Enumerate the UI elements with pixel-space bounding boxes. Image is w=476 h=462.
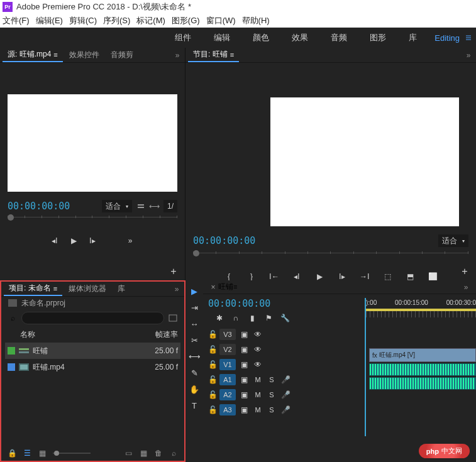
menu-bar[interactable]: 文件(F) 编辑(E) 剪辑(C) 序列(S) 标记(M) 图形(G) 窗口(W… bbox=[0, 14, 476, 28]
razor-tool-icon[interactable]: ✂ bbox=[189, 334, 200, 346]
timeline-tab-sequence[interactable]: 旺铺≡ bbox=[218, 282, 237, 292]
panel-menu-icon[interactable]: ≡ bbox=[53, 51, 57, 58]
project-tab-library[interactable]: 库 bbox=[113, 282, 130, 295]
toggle-output-icon[interactable]: ▣ bbox=[238, 405, 250, 415]
panel-overflow-icon[interactable]: » bbox=[463, 50, 473, 60]
overflow-icon[interactable]: » bbox=[125, 235, 136, 246]
mute-icon[interactable]: M bbox=[252, 391, 263, 399]
project-tab-project[interactable]: 项目: 未命名≡ bbox=[4, 282, 62, 296]
program-tab[interactable]: 节目: 旺铺≡ bbox=[188, 48, 239, 62]
source-timecode[interactable]: 00:00:00:00 bbox=[8, 201, 70, 212]
lock-icon[interactable]: 🔓 bbox=[208, 360, 217, 370]
panel-overflow-icon[interactable]: » bbox=[172, 50, 182, 60]
filter-icon[interactable] bbox=[168, 313, 178, 323]
tab-audio[interactable]: 音频 bbox=[319, 32, 358, 43]
zoom-slider[interactable] bbox=[53, 448, 91, 458]
solo-icon[interactable]: S bbox=[266, 376, 277, 383]
tab-effects[interactable]: 效果 bbox=[280, 32, 319, 43]
project-tab-media[interactable]: 媒体浏览器 bbox=[64, 282, 111, 295]
eye-icon[interactable]: 👁 bbox=[252, 344, 263, 355]
source-preview[interactable] bbox=[8, 94, 177, 192]
track-label[interactable]: V1 bbox=[219, 359, 236, 370]
lock-icon[interactable]: 🔓 bbox=[208, 390, 217, 400]
track-label[interactable]: V3 bbox=[219, 329, 236, 340]
tab-assembly[interactable]: 组件 bbox=[163, 32, 202, 43]
toggle-output-icon[interactable]: ▣ bbox=[238, 360, 250, 370]
snap-icon[interactable]: ✱ bbox=[214, 313, 224, 323]
toggle-output-icon[interactable]: ▣ bbox=[238, 390, 250, 400]
timeline-audio-clip[interactable] bbox=[369, 377, 476, 390]
play-icon[interactable]: ▶ bbox=[68, 235, 79, 246]
menu-mark[interactable]: 标记(M) bbox=[136, 15, 165, 26]
panel-menu-icon[interactable]: ≡ bbox=[230, 51, 234, 58]
eye-icon[interactable]: 👁 bbox=[252, 329, 263, 339]
menu-clip[interactable]: 剪辑(C) bbox=[69, 15, 97, 26]
selection-tool-icon[interactable]: ▶ bbox=[189, 285, 200, 297]
tab-color[interactable]: 颜色 bbox=[241, 32, 280, 43]
menu-graphics[interactable]: 图形(G) bbox=[172, 15, 200, 26]
track-select-tool-icon[interactable]: ⇥ bbox=[189, 302, 200, 313]
track-label[interactable]: A1 bbox=[219, 374, 236, 385]
timeline-audio-clip[interactable] bbox=[369, 363, 476, 376]
lock-icon[interactable]: 🔓 bbox=[208, 344, 217, 355]
pen-tool-icon[interactable]: ✎ bbox=[189, 367, 200, 378]
marker-icon[interactable]: ▮ bbox=[247, 313, 257, 323]
track-label[interactable]: A2 bbox=[219, 389, 236, 400]
source-resolution-select[interactable]: 1/ bbox=[163, 200, 177, 212]
panel-overflow-icon[interactable]: » bbox=[172, 284, 182, 294]
track-v3[interactable]: 🔓 V3 ▣ 👁 bbox=[203, 327, 476, 342]
program-jog[interactable] bbox=[193, 253, 468, 263]
solo-icon[interactable]: S bbox=[266, 406, 277, 414]
tab-graphics[interactable]: 图形 bbox=[358, 32, 397, 43]
jog-knob[interactable] bbox=[8, 214, 14, 221]
step-back-icon[interactable]: ◂Ⅰ bbox=[49, 235, 60, 246]
new-bin-icon[interactable]: ▭ bbox=[124, 448, 133, 458]
timeline-timecode[interactable]: 00:00:00:00 bbox=[208, 298, 290, 309]
menu-edit[interactable]: 编辑(E) bbox=[36, 15, 63, 26]
toggle-output-icon[interactable]: ▣ bbox=[238, 375, 250, 385]
solo-icon[interactable]: S bbox=[266, 391, 277, 399]
project-item-sequence[interactable]: 旺铺 25.00 f bbox=[5, 343, 180, 359]
menu-sequence[interactable]: 序列(S) bbox=[103, 15, 130, 26]
workspace-label[interactable]: Editing bbox=[434, 33, 460, 43]
mic-icon[interactable]: 🎤 bbox=[280, 375, 291, 385]
menu-file[interactable]: 文件(F) bbox=[3, 15, 30, 26]
lock-icon[interactable]: 🔓 bbox=[208, 375, 217, 385]
lock-icon[interactable]: 🔒 bbox=[8, 448, 16, 458]
link-icon[interactable]: ∩ bbox=[231, 313, 241, 323]
track-label[interactable]: V2 bbox=[219, 344, 236, 355]
mute-icon[interactable]: M bbox=[252, 406, 263, 414]
mute-icon[interactable]: M bbox=[252, 376, 263, 383]
panel-overflow-icon[interactable]: » bbox=[461, 282, 471, 292]
settings-icon[interactable]: ⚑ bbox=[263, 313, 274, 323]
mic-icon[interactable]: 🎤 bbox=[280, 405, 291, 415]
menu-help[interactable]: 帮助(H) bbox=[242, 15, 270, 26]
wrench-icon[interactable]: 🔧 bbox=[280, 313, 290, 323]
step-forward-icon[interactable]: Ⅰ▸ bbox=[87, 235, 98, 246]
source-tab-audio[interactable]: 音频剪 bbox=[106, 48, 138, 62]
track-label[interactable]: A3 bbox=[219, 404, 236, 415]
icon-view-icon[interactable]: ▦ bbox=[38, 448, 47, 458]
list-view-icon[interactable]: ☰ bbox=[23, 448, 31, 458]
project-search-input[interactable] bbox=[21, 312, 164, 324]
tab-library[interactable]: 库 bbox=[397, 32, 428, 43]
program-timecode[interactable]: 00:00:00:00 bbox=[193, 235, 255, 246]
col-framerate[interactable]: 帧速率 bbox=[147, 329, 178, 340]
ripple-tool-icon[interactable]: ↔ bbox=[189, 318, 200, 329]
source-tab-clip[interactable]: 源: 旺铺.mp4≡ bbox=[3, 48, 63, 62]
panel-menu-icon[interactable]: ≡ bbox=[233, 283, 237, 290]
menu-window[interactable]: 窗口(W) bbox=[206, 15, 236, 26]
program-preview[interactable] bbox=[270, 97, 459, 226]
find-icon[interactable]: ⌕ bbox=[169, 448, 178, 458]
track-a3[interactable]: 🔓 A3 ▣ M S 🎤 bbox=[203, 402, 476, 417]
hand-tool-icon[interactable]: ✋ bbox=[189, 383, 200, 395]
toggle-output-icon[interactable]: ▣ bbox=[238, 344, 250, 355]
close-sequence-icon[interactable]: × bbox=[208, 282, 218, 292]
tab-editing[interactable]: 编辑 bbox=[202, 32, 241, 43]
mic-icon[interactable]: 🎤 bbox=[280, 390, 291, 400]
toggle-output-icon[interactable]: ▣ bbox=[238, 329, 250, 339]
slip-tool-icon[interactable]: ⟷ bbox=[189, 351, 200, 362]
settings-icon[interactable] bbox=[136, 201, 146, 211]
jog-knob[interactable] bbox=[193, 250, 199, 256]
new-item-icon[interactable]: ▦ bbox=[139, 448, 148, 458]
